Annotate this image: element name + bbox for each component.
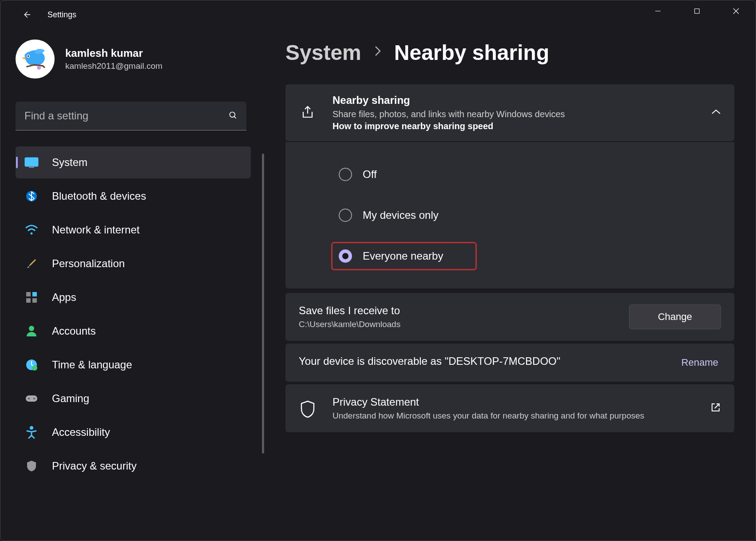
svg-point-16 [32,365,37,371]
sidebar-item-accounts[interactable]: Accounts [16,315,251,347]
svg-point-14 [29,326,34,331]
search-box[interactable] [16,102,246,130]
sidebar-scrollbar[interactable] [262,154,264,454]
window-controls [638,0,756,22]
sidebar-item-label: Privacy & security [52,460,137,472]
sidebar-item-label: Network & internet [52,224,139,236]
svg-point-19 [33,398,35,399]
breadcrumb: System Nearby sharing [285,40,734,65]
privacy-title: Privacy Statement [332,396,694,408]
sidebar-item-label: Accounts [52,325,96,337]
minimize-button[interactable] [638,0,677,22]
nearby-sharing-card: Nearby sharing Share files, photos, and … [285,84,734,141]
save-path: C:\Users\kamle\Downloads [299,320,629,329]
sidebar-item-label: System [52,156,87,169]
sidebar-nav: System Bluetooth & devices Network & int… [16,146,251,482]
wifi-icon [24,222,40,238]
discoverable-card: Your device is discoverable as "DESKTOP-… [285,344,734,382]
sidebar-item-accessibility[interactable]: Accessibility [16,416,251,448]
display-icon [24,154,40,170]
svg-point-9 [31,233,33,235]
radio-label: Off [363,168,377,181]
share-icon [299,104,317,122]
search-input[interactable] [16,102,246,130]
clock-globe-icon [24,357,40,373]
profile-email: kamlesh2011@gmail.com [65,61,162,71]
svg-point-4 [37,66,41,70]
gamepad-icon [24,391,40,407]
brush-icon [24,256,40,272]
sidebar-item-label: Apps [52,291,76,304]
svg-point-3 [28,55,29,57]
sidebar-item-label: Personalization [52,257,125,270]
sidebar-item-label: Gaming [52,392,89,405]
card-subtitle: Share files, photos, and links with near… [332,109,695,119]
privacy-subtitle: Understand how Microsoft uses your data … [332,411,694,421]
breadcrumb-current: Nearby sharing [394,40,549,65]
svg-rect-0 [695,9,700,14]
apps-icon [24,289,40,305]
svg-rect-17 [26,395,37,402]
improve-speed-link[interactable]: How to improve nearby sharing speed [332,121,695,131]
person-icon [24,323,40,339]
sidebar-item-privacy[interactable]: Privacy & security [16,450,251,482]
external-link-icon [710,402,721,415]
sidebar-item-label: Accessibility [52,426,110,438]
search-icon [229,111,237,122]
sidebar-item-apps[interactable]: Apps [16,281,251,313]
save-location-card: Save files I receive to C:\Users\kamle\D… [285,293,734,341]
avatar [16,39,55,79]
shield-outline-icon [299,399,317,417]
radio-indicator [339,168,352,181]
sidebar-item-label: Bluetooth & devices [52,190,146,202]
maximize-button[interactable] [677,0,716,22]
sidebar-item-personalization[interactable]: Personalization [16,248,251,280]
main-content: System Nearby sharing Nearby sharing Sha… [262,29,756,541]
window-title: Settings [47,10,76,20]
svg-point-20 [30,426,33,430]
sidebar-item-bluetooth[interactable]: Bluetooth & devices [16,180,251,212]
svg-rect-13 [32,298,37,303]
sidebar-item-network[interactable]: Network & internet [16,214,251,246]
svg-rect-10 [26,292,31,296]
sidebar-item-gaming[interactable]: Gaming [16,383,251,415]
change-button[interactable]: Change [629,304,721,329]
chevron-up-icon [711,109,721,117]
radio-everyone-nearby[interactable]: Everyone nearby [332,243,475,269]
breadcrumb-parent[interactable]: System [285,40,361,65]
discoverable-text: Your device is discoverable as "DESKTOP-… [299,355,681,367]
svg-point-5 [230,112,235,117]
sidebar-item-system[interactable]: System [16,146,251,178]
radio-indicator [339,249,352,263]
save-title: Save files I receive to [299,304,629,317]
close-button[interactable] [716,0,756,22]
sidebar-item-label: Time & language [52,359,132,371]
profile-name: kamlesh kumar [65,47,162,59]
rename-link[interactable]: Rename [681,357,718,368]
svg-rect-6 [25,158,38,166]
card-title: Nearby sharing [332,94,695,107]
radio-label: My devices only [363,209,439,221]
svg-rect-11 [32,292,37,296]
back-button[interactable] [19,8,33,22]
shield-icon [24,458,40,474]
accessibility-icon [24,424,40,440]
radio-off[interactable]: Off [332,162,718,187]
privacy-statement-card[interactable]: Privacy Statement Understand how Microso… [285,384,734,432]
bluetooth-icon [24,188,40,204]
sidebar-item-time-language[interactable]: Time & language [16,349,251,381]
svg-point-18 [28,398,30,399]
sharing-options: Off My devices only Everyone nearby [285,142,734,288]
nearby-sharing-header[interactable]: Nearby sharing Share files, photos, and … [299,94,721,131]
sidebar: kamlesh kumar kamlesh2011@gmail.com Syst… [0,29,262,541]
radio-my-devices[interactable]: My devices only [332,202,718,228]
chevron-right-icon [374,45,382,60]
svg-rect-12 [26,298,31,303]
svg-rect-7 [29,167,34,168]
profile-block[interactable]: kamlesh kumar kamlesh2011@gmail.com [16,39,252,79]
radio-indicator [339,209,352,222]
radio-label: Everyone nearby [363,250,443,262]
